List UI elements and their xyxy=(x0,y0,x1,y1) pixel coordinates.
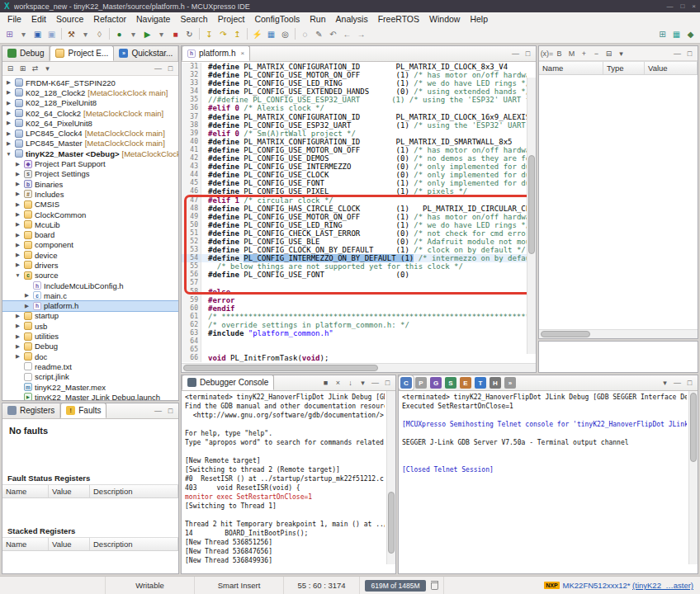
twisty-icon[interactable]: ▶ xyxy=(14,323,21,329)
remove-launch-button[interactable]: × xyxy=(333,378,343,389)
code-line-43[interactable]: 43#define PL_CONFIG_USE_INTERMEZZO (0) /… xyxy=(182,163,527,171)
binary-format-button[interactable]: B xyxy=(554,48,565,59)
twisty-icon[interactable]: ▶ xyxy=(14,252,21,258)
twisty-icon[interactable]: ▶ xyxy=(14,171,21,177)
tree-item-cmsis[interactable]: ▶CMSIS xyxy=(2,200,178,210)
global-variables-view-tab[interactable]: G xyxy=(430,377,442,389)
link-with-editor-button[interactable]: ⇄ xyxy=(30,64,40,74)
maximize-view-button[interactable]: □ xyxy=(165,406,176,417)
menu-configtools[interactable]: ConfigTools xyxy=(249,14,305,24)
twisty-icon[interactable]: ▶ xyxy=(14,221,21,228)
scroll-lock-button[interactable]: ↓ xyxy=(345,378,356,389)
menu-freertos[interactable]: FreeRTOS xyxy=(373,14,424,24)
run-button[interactable]: ▶ xyxy=(140,27,154,41)
view-tab-quickstar[interactable]: »Quickstar... xyxy=(114,45,178,61)
restart-button[interactable]: ↻ xyxy=(182,27,196,41)
scrollbar-thumb[interactable] xyxy=(528,155,535,255)
heap-stack-view-tab[interactable]: H xyxy=(490,377,501,389)
code-line-64[interactable]: 64 xyxy=(182,337,527,346)
menu-run[interactable]: Run xyxy=(305,14,330,24)
minimize-view-button[interactable]: — xyxy=(153,64,163,74)
tree-item-usb[interactable]: ▶usb xyxy=(2,321,178,331)
clean-button[interactable]: ◊ xyxy=(92,27,106,41)
collapse-all-button[interactable]: ⊟ xyxy=(5,64,16,74)
swo-trace-view-tab[interactable]: S xyxy=(445,377,456,389)
tree-item-tinyk22-master-mex[interactable]: mtinyK22_Master.mex xyxy=(2,382,178,392)
tree-item-platform-h[interactable]: ▶hplatform.h xyxy=(2,301,178,311)
filter-menu-button[interactable]: ▾ xyxy=(42,64,53,74)
maximize-window-button[interactable]: □ xyxy=(680,2,684,10)
menu-file[interactable]: File xyxy=(2,14,26,24)
column-header-value[interactable]: Value xyxy=(645,62,698,74)
twisty-icon[interactable]: ▶ xyxy=(14,232,21,238)
menu-refactor[interactable]: Refactor xyxy=(88,14,131,24)
code-line-52[interactable]: 52#define PL_CONFIG_USE_BLE (0) /* Adafr… xyxy=(182,238,527,246)
terminate-console-button[interactable]: ■ xyxy=(320,378,331,389)
tree-item-mculib[interactable]: ▶McuLib xyxy=(2,219,178,229)
code-line-42[interactable]: 42#define PL_CONFIG_USE_DEMOS (0) /* no … xyxy=(182,154,527,163)
garbage-collect-button[interactable] xyxy=(431,581,438,590)
tree-item-k02-128-pixelunit8[interactable]: ▶K02_128_PixelUnit8 xyxy=(2,98,178,108)
column-header-name[interactable]: Name xyxy=(539,62,603,74)
tree-item-lpc845-master[interactable]: ▶LPC845_Master [MetaClockClock main] xyxy=(2,139,178,148)
save-all-button[interactable]: ▣ xyxy=(45,27,59,41)
view-tab-registers[interactable]: Registers xyxy=(2,403,60,418)
step-into-button[interactable]: ↧ xyxy=(202,27,216,41)
minimize-view-button[interactable]: — xyxy=(153,406,163,417)
code-line-31[interactable]: 31#define PL_MATRIX_CONFIGURATION_ID PL_… xyxy=(182,63,527,71)
code-line-40[interactable]: 40#define PL_MATRIX_CONFIGURATION_ID PL_… xyxy=(182,138,527,146)
minimize-editor-button[interactable]: — xyxy=(510,49,521,59)
console-scrollbar[interactable] xyxy=(688,391,698,564)
remove-watch-button[interactable]: − xyxy=(591,48,602,59)
code-line-34[interactable]: 34#define PL_CONFIG_USE_EXTENDED_HANDS (… xyxy=(182,87,527,96)
code-line-60[interactable]: 60#endif xyxy=(182,304,527,313)
twisty-icon[interactable]: ▶ xyxy=(14,313,21,319)
twisty-icon[interactable]: ▶ xyxy=(5,130,12,137)
step-return-button[interactable]: ↥ xyxy=(230,27,244,41)
twisty-icon[interactable]: ▶ xyxy=(14,343,21,350)
twisty-icon[interactable]: ▶ xyxy=(14,161,21,167)
maximize-editor-button[interactable]: □ xyxy=(523,49,533,59)
code-line-55[interactable]: 55 /* below things are not supported yet… xyxy=(182,262,527,271)
twisty-icon[interactable]: ▶ xyxy=(14,333,21,340)
twisty-icon[interactable]: ▶ xyxy=(14,201,21,208)
build-menu-button[interactable]: ▾ xyxy=(78,27,92,41)
new-wizard-button[interactable]: ⊞ xyxy=(2,27,17,41)
tree-item-source[interactable]: ▼csource xyxy=(2,271,178,280)
terminate-button[interactable]: ■ xyxy=(168,27,182,41)
telnet-view-tab[interactable]: T xyxy=(475,377,486,389)
back-button[interactable]: ← xyxy=(340,27,354,41)
twisty-icon[interactable]: ▼ xyxy=(14,272,21,278)
open-perspective-button[interactable]: ⊞ xyxy=(655,27,669,41)
twisty-icon[interactable]: ▶ xyxy=(14,191,21,197)
menu-navigate[interactable]: Navigate xyxy=(131,14,175,24)
twisty-icon[interactable]: ▶ xyxy=(14,353,21,360)
view-tab-debugger-console[interactable]: Debugger Console xyxy=(182,375,274,390)
code-line-41[interactable]: 41#define PL_CONFIG_USE_MOTOR_ON_OFF (1)… xyxy=(182,146,527,154)
menu-edit[interactable]: Edit xyxy=(26,14,51,24)
ide-config-button[interactable]: ◎ xyxy=(278,27,292,41)
develop-perspective-button[interactable]: ▦ xyxy=(669,27,683,41)
view-tab-faults[interactable]: !Faults xyxy=(60,403,106,418)
maximize-view-button[interactable]: □ xyxy=(684,378,695,389)
menu-help[interactable]: Help xyxy=(465,14,493,24)
code-line-36[interactable]: 36#elif 0 /* Alexis clock */ xyxy=(182,104,527,112)
code-line-57[interactable]: 57 xyxy=(182,279,527,287)
tree-item-lpc845-clock4[interactable]: ▶LPC845_Clock4 [MetaClockClock main] xyxy=(2,128,178,138)
minimize-view-button[interactable]: — xyxy=(672,48,683,59)
twisty-icon[interactable]: ▶ xyxy=(5,140,12,147)
more-views-tab[interactable]: » xyxy=(504,377,516,389)
tree-item-device[interactable]: ▶device xyxy=(2,250,178,260)
tree-item-project-part-support[interactable]: ▶◆Project Part Support xyxy=(2,158,178,168)
tree-item-frdm-k64f-stspin220[interactable]: ▶FRDM-K64F_STSPIN220 xyxy=(2,78,178,87)
tree-item-includemculibconfig-h[interactable]: hIncludeMcuLibConfig.h xyxy=(2,280,178,290)
menu-analysis[interactable]: Analysis xyxy=(331,14,373,24)
code-line-47[interactable]: 47#elif 1 /* circular clock */ xyxy=(182,196,527,205)
step-over-button[interactable]: ↷ xyxy=(216,27,230,41)
code-line-49[interactable]: 49#define PL_CONFIG_USE_MOTOR_ON_OFF (1)… xyxy=(182,213,527,221)
code-line-39[interactable]: 39#elif 0 /* Sm(A)rtWall project */ xyxy=(182,130,527,138)
debugger-console-scrollbar[interactable] xyxy=(386,391,395,564)
build-button[interactable]: ⚒ xyxy=(64,27,78,41)
menu-window[interactable]: Window xyxy=(424,14,465,24)
memory-view-button[interactable]: ▦ xyxy=(264,27,278,41)
